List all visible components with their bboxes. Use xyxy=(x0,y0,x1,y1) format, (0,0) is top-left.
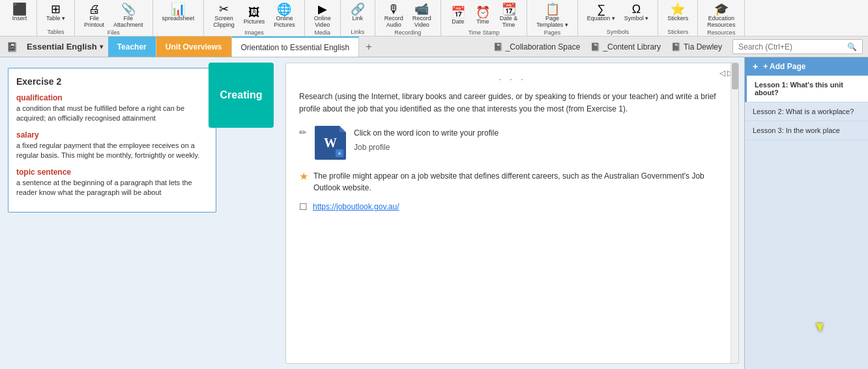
online-video-button[interactable]: ▶ OnlineVideo xyxy=(310,2,335,29)
add-page-button[interactable]: + + Add Page xyxy=(745,57,868,76)
toolbar-section-insert: ⬛ Insert xyxy=(3,0,37,36)
toolbar-section-media: ▶ OnlineVideo Media xyxy=(305,0,341,36)
pencil-icon: ✏ xyxy=(299,127,307,138)
screen-clipping-button[interactable]: ✂ ScreenClipping xyxy=(209,2,239,29)
add-tab-button[interactable]: + xyxy=(359,37,378,57)
vocab-term-2: topic sentence xyxy=(16,168,208,177)
page-templates-icon: 📋 xyxy=(545,3,560,15)
word-icon[interactable]: W ≡ xyxy=(315,126,346,160)
media-label: Media xyxy=(314,29,330,36)
star-text: The profile might appear on a job websit… xyxy=(313,170,725,194)
vocab-term-1: salary xyxy=(16,130,208,140)
quick-tabs: 📓 _Collaboration Space 📓 _Content Librar… xyxy=(488,37,727,57)
education-icon: 🎓 xyxy=(714,3,729,15)
search-icon: 🔍 xyxy=(847,42,857,52)
toolbar: ⬛ Insert ⊞ Table ▾ Tables 🖨 File xyxy=(0,0,868,37)
spreadsheet-icon: 📊 xyxy=(171,3,185,15)
table-button[interactable]: ⊞ Table ▾ xyxy=(42,2,69,23)
search-box[interactable]: 🔍 xyxy=(732,39,863,54)
link-button[interactable]: 🔗 Link xyxy=(346,2,369,23)
cursor-shape xyxy=(816,323,823,332)
quick-tab-tia[interactable]: 📓 Tia Dewley xyxy=(671,42,722,52)
quick-tab-collaboration[interactable]: 📓 _Collaboration Space xyxy=(493,42,581,52)
creating-label: Creating xyxy=(220,89,263,101)
content-scrollbar[interactable] xyxy=(731,63,738,363)
education-resources-button[interactable]: 🎓 EducationResources xyxy=(703,2,739,29)
link-icon: 🔗 xyxy=(351,3,365,15)
main-area: Creating Exercise 2 qualification a cond… xyxy=(0,57,868,369)
stickers-button[interactable]: ⭐ Stickers xyxy=(663,2,692,23)
date-icon: 📅 xyxy=(451,7,465,18)
job-outlook-link[interactable]: https://joboutlook.gov.au/ xyxy=(313,202,399,211)
spreadsheet-button[interactable]: 📊 spreadsheet xyxy=(158,2,199,23)
online-pictures-icon: 🌐 xyxy=(277,3,291,15)
tab-bar: 📓 Essential English ▾ Teacher Unit Overv… xyxy=(0,37,868,57)
screen-clipping-icon: ✂ xyxy=(219,3,229,15)
symbols-label: Symbols xyxy=(607,29,629,35)
file-attachment-icon: 📎 xyxy=(121,3,136,15)
file-printout-icon: 🖨 xyxy=(89,3,100,15)
add-page-plus-icon: + xyxy=(753,61,758,72)
lesson-item-2[interactable]: Lesson 3: In the work place xyxy=(745,121,868,140)
tab-unit-overviews[interactable]: Unit Overviews xyxy=(156,37,232,57)
file-attachment-button[interactable]: 📎 FileAttachment xyxy=(109,2,147,29)
record-audio-button[interactable]: 🎙 RecordAudio xyxy=(381,2,407,29)
pictures-button[interactable]: 🖼 Pictures xyxy=(240,5,269,26)
date-button[interactable]: 📅 Date xyxy=(446,5,470,26)
table-icon: ⊞ xyxy=(51,3,61,15)
star-section: ★ The profile might appear on a job webs… xyxy=(299,170,725,194)
word-doc-label: Job profile xyxy=(354,143,499,152)
content-main-text: Research (using the Internet, library bo… xyxy=(299,91,725,115)
online-pictures-button[interactable]: 🌐 OnlinePictures xyxy=(270,2,299,29)
equation-button[interactable]: ∑ Equation ▾ xyxy=(583,2,619,23)
word-doc-section: ✏ W ≡ Click on the word icon to write yo… xyxy=(299,126,725,160)
vocab-term-0: qualification xyxy=(16,93,208,102)
tia-tab-icon: 📓 xyxy=(671,42,681,52)
symbol-button[interactable]: Ω Symbol ▾ xyxy=(620,2,653,23)
toolbar-section-links: 🔗 Link Links xyxy=(341,0,375,36)
online-video-icon: ▶ xyxy=(318,3,327,15)
file-printout-button[interactable]: 🖨 FilePrintout xyxy=(80,2,108,29)
insert-button[interactable]: ⬛ Insert xyxy=(8,2,31,23)
toolbar-section-resources: 🎓 EducationResources Resources xyxy=(698,0,745,36)
stickers-icon: ⭐ xyxy=(671,3,685,15)
equation-icon: ∑ xyxy=(597,3,605,15)
record-audio-icon: 🎙 xyxy=(388,3,399,15)
creating-card: Creating xyxy=(209,63,274,128)
add-page-label: + Add Page xyxy=(763,62,805,71)
word-doc-instruction: Click on the word icon to write your pro… xyxy=(354,128,499,138)
date-time-button[interactable]: 📆 Date &Time xyxy=(496,2,522,29)
vocab-def-1: a fixed regular payment that the employe… xyxy=(16,141,208,161)
scrollbar-thumb[interactable] xyxy=(732,63,738,89)
record-video-icon: 📹 xyxy=(414,3,429,15)
quick-tab-content-library[interactable]: 📓 _Content Library xyxy=(590,42,661,52)
pages-label: Pages xyxy=(544,29,561,36)
external-link-icon: ☐ xyxy=(299,201,308,212)
toolbar-section-tables: ⊞ Table ▾ Tables xyxy=(37,0,75,36)
tab-teacher[interactable]: Teacher xyxy=(108,37,156,57)
toolbar-section-timestamp: 📅 Date ⏰ Time 📆 Date &Time Time Stamp xyxy=(441,0,528,36)
recording-label: Recording xyxy=(394,29,421,36)
files-label: Files xyxy=(108,29,120,36)
link-section: ☐ https://joboutlook.gov.au/ xyxy=(299,201,725,212)
symbol-icon: Ω xyxy=(632,3,641,15)
record-video-button[interactable]: 📹 RecordVideo xyxy=(409,2,435,29)
left-panel: Creating Exercise 2 qualification a cond… xyxy=(0,57,280,369)
search-input[interactable] xyxy=(738,42,847,52)
time-icon: ⏰ xyxy=(476,7,490,18)
notebook-dropdown-icon[interactable]: ▾ xyxy=(100,43,103,50)
toolbar-section-stickers: ⭐ Stickers Stickers xyxy=(658,0,698,36)
lesson-item-1[interactable]: Lesson 2: What is a workplace? xyxy=(745,102,868,121)
lesson-item-0[interactable]: Lesson 1: What's this unit about? xyxy=(745,76,868,102)
tab-orientation[interactable]: Orientation to Essential English xyxy=(232,37,360,57)
page-templates-button[interactable]: 📋 PageTemplates ▾ xyxy=(532,2,572,29)
tables-label: Tables xyxy=(48,29,65,35)
images-label: Images xyxy=(244,29,264,36)
vocab-def-2: a sentence at the beginning of a paragra… xyxy=(16,178,208,198)
content-library-tab-icon: 📓 xyxy=(590,42,600,52)
resources-label: Resources xyxy=(707,29,735,36)
time-button[interactable]: ⏰ Time xyxy=(471,5,495,26)
vocab-def-0: a condition that must be fulfilled befor… xyxy=(16,104,208,124)
exercise-title: Exercise 2 xyxy=(16,76,208,87)
insert-icon: ⬛ xyxy=(12,3,27,15)
